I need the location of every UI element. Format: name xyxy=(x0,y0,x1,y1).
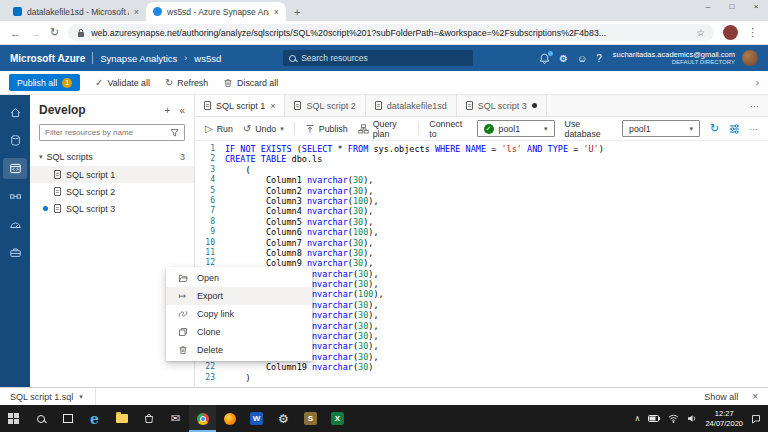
nav-monitor-icon[interactable] xyxy=(3,214,27,235)
tree-item-sql-script-1[interactable]: SQL script 1 xyxy=(30,166,194,183)
sql-scripts-group[interactable]: ▾ SQL scripts 3 xyxy=(30,148,194,166)
publish-button[interactable]: Publish xyxy=(305,124,348,134)
editor-tab-datalakefile1sd[interactable]: datalakefile1sd xyxy=(366,95,457,116)
taskbar-word[interactable]: W xyxy=(243,405,270,432)
tab-close-icon[interactable]: × xyxy=(274,7,279,17)
battery-icon[interactable] xyxy=(648,415,660,422)
nav-manage-icon[interactable] xyxy=(3,242,27,263)
show-all-button[interactable]: Show all xyxy=(704,392,738,402)
code-line[interactable]: 6 Column3 nvarchar(100), xyxy=(195,196,768,206)
menu-item-open[interactable]: Open xyxy=(166,269,312,287)
search-input[interactable] xyxy=(301,53,467,63)
code-line[interactable]: 4 Column1 nvarchar(30), xyxy=(195,175,768,185)
taskbar-chrome[interactable] xyxy=(189,405,216,432)
browser-tab-synapse[interactable]: ws5sd - Azure Synapse Analytic × xyxy=(146,2,286,21)
editor-tab-sql-script-2[interactable]: SQL script 2 xyxy=(285,95,365,116)
reload-icon[interactable]: ↻ xyxy=(50,26,59,39)
menu-item-export[interactable]: ↦ Export xyxy=(166,287,312,305)
collapse-panel-icon[interactable]: « xyxy=(179,105,185,116)
tray-chevron-up-icon[interactable]: ∧ xyxy=(635,414,641,423)
wifi-icon[interactable] xyxy=(668,414,679,423)
code-line[interactable]: 3 ( xyxy=(195,165,768,175)
code-line[interactable]: 1IF NOT EXISTS (SELECT * FROM sys.object… xyxy=(195,144,768,154)
new-tab-button[interactable]: + xyxy=(294,6,300,18)
task-view-button[interactable] xyxy=(54,405,81,432)
code-line[interactable]: 9 Column6 nvarchar(100), xyxy=(195,227,768,237)
close-button[interactable]: × xyxy=(744,0,768,14)
tab-close-icon[interactable]: × xyxy=(134,7,139,17)
code-line[interactable]: 7 Column4 nvarchar(30), xyxy=(195,206,768,216)
taskbar-edge[interactable]: e xyxy=(81,405,108,432)
code-line[interactable]: 22 Column19 nvarchar(30) xyxy=(195,362,768,372)
browser-tab-datalakefile[interactable]: datalakefile1sd - Microsoft Az × xyxy=(6,2,146,21)
code-line[interactable]: 5 Column2 nvarchar(30), xyxy=(195,186,768,196)
taskbar-store[interactable] xyxy=(135,405,162,432)
filter-input[interactable] xyxy=(45,128,166,137)
filter-box[interactable] xyxy=(39,124,185,141)
taskbar-clock[interactable]: 12:27 24/07/2020 xyxy=(705,409,743,429)
nav-integrate-icon[interactable] xyxy=(3,186,27,207)
tree-item-sql-script-2[interactable]: SQL script 2 xyxy=(30,183,194,200)
use-database-dropdown[interactable]: pool1 ▾ xyxy=(622,120,700,137)
editor-tab-sql-script-3[interactable]: SQL script 3 xyxy=(457,95,547,116)
code-line[interactable]: 2CREATE TABLE dbo.ls xyxy=(195,154,768,164)
volume-icon[interactable] xyxy=(687,414,697,423)
notifications-bell-icon[interactable] xyxy=(539,53,550,64)
taskbar-ssms[interactable]: S xyxy=(297,405,324,432)
bookmark-star-icon[interactable]: ☆ xyxy=(696,27,705,38)
run-button[interactable]: ▷ Run xyxy=(205,123,233,134)
publish-all-button[interactable]: Publish all 1 xyxy=(9,74,80,91)
taskbar-excel[interactable]: X xyxy=(324,405,351,432)
taskbar-mail[interactable]: ✉ xyxy=(162,405,189,432)
account-avatar[interactable] xyxy=(742,50,758,66)
feedback-smiley-icon[interactable]: ☺ xyxy=(577,53,587,64)
settings-gear-icon[interactable]: ⚙ xyxy=(559,53,568,64)
menu-item-copy-link[interactable]: Copy link xyxy=(166,305,312,323)
commandbar-overflow-chevron-icon[interactable]: › xyxy=(756,77,759,88)
undo-button[interactable]: ↺ Undo ▾ xyxy=(243,123,284,134)
connect-to-dropdown[interactable]: ✓ pool1 ▾ xyxy=(477,120,555,137)
code-line[interactable]: 11 Column8 nvarchar(30), xyxy=(195,248,768,258)
refresh-database-icon[interactable]: ↻ xyxy=(710,122,719,135)
help-icon[interactable]: ? xyxy=(596,53,602,64)
menu-item-clone[interactable]: Clone xyxy=(166,323,312,341)
shelf-close-icon[interactable]: × xyxy=(752,391,758,402)
minimize-button[interactable]: – xyxy=(696,0,720,14)
menu-item-delete[interactable]: Delete xyxy=(166,341,312,359)
refresh-button[interactable]: ↻ Refresh xyxy=(165,77,208,88)
notification-center-icon[interactable] xyxy=(751,414,761,424)
download-item[interactable]: SQL script 1.sql ▾ xyxy=(10,388,96,405)
browser-profile-avatar[interactable] xyxy=(723,25,738,40)
account-info[interactable]: sucharitadas.academics@gmail.com DEFAULT… xyxy=(613,50,735,66)
group-caret-icon[interactable]: ▾ xyxy=(39,153,43,161)
url-omnibox[interactable]: web.azuresynapse.net/authoring/analyze/s… xyxy=(68,24,714,41)
start-button[interactable] xyxy=(0,405,27,432)
toolbar-more-icon[interactable]: ··· xyxy=(749,124,758,134)
nav-develop-icon[interactable] xyxy=(3,158,27,179)
maximize-button[interactable]: □ xyxy=(720,0,744,14)
back-icon[interactable]: ← xyxy=(10,27,21,39)
code-line[interactable]: 23 ) xyxy=(195,373,768,383)
workspace-name[interactable]: ws5sd xyxy=(194,53,221,64)
taskbar-search-button[interactable] xyxy=(27,405,54,432)
taskbar-settings[interactable]: ⚙ xyxy=(270,405,297,432)
nav-data-icon[interactable] xyxy=(3,130,27,151)
tabbar-more-icon[interactable]: ··· xyxy=(741,101,768,111)
discard-all-button[interactable]: Discard all xyxy=(223,78,278,88)
code-line[interactable]: 10 Column7 nvarchar(30), xyxy=(195,238,768,248)
taskbar-file-explorer[interactable] xyxy=(108,405,135,432)
tree-item-sql-script-3[interactable]: SQL script 3 xyxy=(30,200,194,217)
query-plan-button[interactable]: Query plan xyxy=(358,119,409,139)
tab-close-icon[interactable]: × xyxy=(270,101,275,111)
validate-all-button[interactable]: ✓ Validate all xyxy=(95,77,150,88)
resource-search-box[interactable] xyxy=(283,50,473,66)
code-line[interactable]: 8 Column5 nvarchar(30), xyxy=(195,217,768,227)
add-resource-icon[interactable]: + xyxy=(165,105,171,116)
browser-menu-icon[interactable]: ⋮ xyxy=(747,26,758,39)
properties-icon[interactable] xyxy=(729,124,740,134)
nav-home-icon[interactable] xyxy=(3,102,27,123)
forward-icon[interactable]: → xyxy=(30,27,41,39)
taskbar-firefox[interactable] xyxy=(216,405,243,432)
download-caret-icon[interactable]: ▾ xyxy=(79,393,83,401)
editor-tab-sql-script-1[interactable]: SQL script 1 × xyxy=(195,95,285,116)
